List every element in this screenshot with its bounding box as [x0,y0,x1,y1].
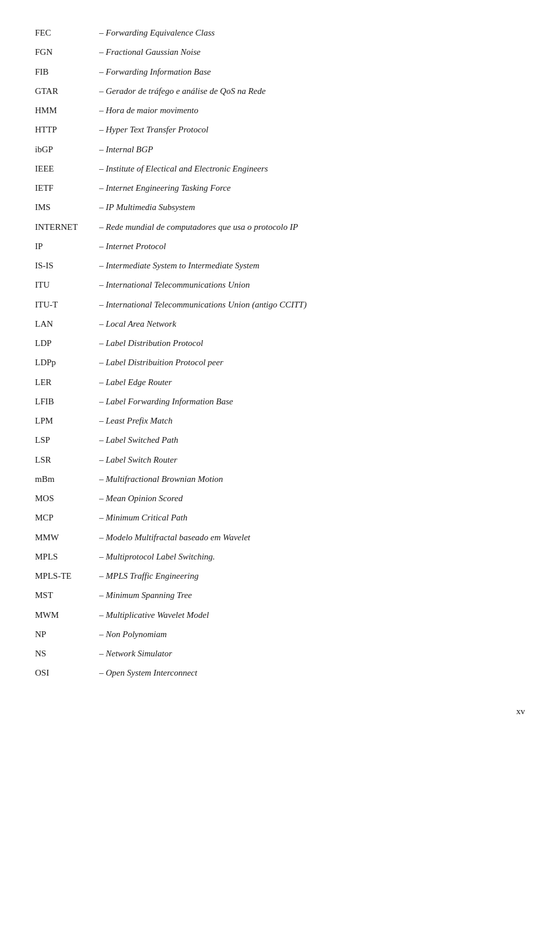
glossary-definition: – Minimum Critical Path [99,508,525,527]
glossary-abbr: FEC [35,23,99,43]
glossary-definition: – Least Prefix Match [99,411,525,431]
glossary-definition: – International Telecommunications Union [99,275,525,295]
glossary-definition: – Intermediate System to Intermediate Sy… [99,256,525,275]
glossary-row: MWM– Multiplicative Wavelet Model [35,606,525,625]
glossary-abbr: ITU-T [35,295,99,314]
glossary-abbr: NP [35,625,99,644]
glossary-row: IETF– Internet Engineering Tasking Force [35,179,525,198]
glossary-abbr: MPLS-TE [35,567,99,586]
glossary-abbr: LPM [35,411,99,431]
glossary-definition: – Rede mundial de computadores que usa o… [99,218,525,237]
glossary-row: GTAR– Gerador de tráfego e análise de Qo… [35,82,525,101]
glossary-abbr: MCP [35,508,99,527]
glossary-abbr: MPLS [35,547,99,567]
glossary-abbr: LER [35,373,99,392]
glossary-definition: – Hora de maior movimento [99,101,525,120]
glossary-row: INTERNET– Rede mundial de computadores q… [35,218,525,237]
glossary-abbr: HTTP [35,120,99,139]
glossary-row: FIB– Forwarding Information Base [35,62,525,82]
glossary-row: IEEE– Institute of Electical and Electro… [35,159,525,179]
glossary-row: NP– Non Polynomiam [35,625,525,644]
glossary-row: MPLS– Multiprotocol Label Switching. [35,547,525,567]
glossary-definition: – Hyper Text Transfer Protocol [99,120,525,139]
glossary-row: ITU-T– International Telecommunications … [35,295,525,314]
glossary-definition: – Label Distribution Protocol [99,334,525,353]
glossary-abbr: FGN [35,43,99,62]
glossary-abbr: GTAR [35,82,99,101]
glossary-row: MCP– Minimum Critical Path [35,508,525,527]
glossary-row: LAN– Local Area Network [35,314,525,334]
glossary-definition: – Mean Opinion Scored [99,489,525,508]
glossary-definition: – Multiplicative Wavelet Model [99,606,525,625]
glossary-row: FEC– Forwarding Equivalence Class [35,23,525,43]
glossary-definition: – Label Edge Router [99,373,525,392]
glossary-definition: – Label Distribuition Protocol peer [99,353,525,372]
glossary-row: LDP– Label Distribution Protocol [35,334,525,353]
glossary-definition: – Internet Engineering Tasking Force [99,179,525,198]
glossary-definition: – Label Forwarding Information Base [99,392,525,411]
glossary-definition: – International Telecommunications Union… [99,295,525,314]
glossary-definition: – Minimum Spanning Tree [99,586,525,605]
glossary-abbr: MST [35,586,99,605]
glossary-row: mBm– Multifractional Brownian Motion [35,470,525,489]
glossary-row: MOS– Mean Opinion Scored [35,489,525,508]
glossary-definition: – Internet Protocol [99,237,525,256]
glossary-row: IS-IS– Intermediate System to Intermedia… [35,256,525,275]
glossary-definition: – Gerador de tráfego e análise de QoS na… [99,82,525,101]
glossary-abbr: IS-IS [35,256,99,275]
glossary-definition: – Fractional Gaussian Noise [99,43,525,62]
glossary-row: LPM– Least Prefix Match [35,411,525,431]
glossary-row: ITU– International Telecommunications Un… [35,275,525,295]
glossary-abbr: LSR [35,450,99,470]
glossary-definition: – Non Polynomiam [99,625,525,644]
glossary-definition: – IP Multimedia Subsystem [99,198,525,217]
glossary-abbr: LSP [35,431,99,450]
glossary-row: HTTP– Hyper Text Transfer Protocol [35,120,525,139]
glossary-row: IP– Internet Protocol [35,237,525,256]
glossary-definition: – MPLS Traffic Engineering [99,567,525,586]
glossary-row: MST– Minimum Spanning Tree [35,586,525,605]
glossary-abbr: IEEE [35,159,99,179]
glossary-abbr: FIB [35,62,99,82]
glossary-abbr: IP [35,237,99,256]
glossary-abbr: IETF [35,179,99,198]
page-number: xv [35,707,525,716]
glossary-abbr: LFIB [35,392,99,411]
glossary-definition: – Modelo Multifractal baseado em Wavelet [99,528,525,547]
glossary-abbr: ibGP [35,140,99,159]
glossary-row: FGN– Fractional Gaussian Noise [35,43,525,62]
glossary-table: FEC– Forwarding Equivalence ClassFGN– Fr… [35,23,525,683]
glossary-row: LER– Label Edge Router [35,373,525,392]
glossary-abbr: LDP [35,334,99,353]
glossary-abbr: OSI [35,663,99,683]
glossary-row: NS– Network Simulator [35,644,525,663]
glossary-definition: – Forwarding Information Base [99,62,525,82]
glossary-row: MPLS-TE– MPLS Traffic Engineering [35,567,525,586]
glossary-row: OSI– Open System Interconnect [35,663,525,683]
glossary-row: ibGP– Internal BGP [35,140,525,159]
glossary-abbr: NS [35,644,99,663]
glossary-abbr: LDPp [35,353,99,372]
glossary-row: MMW– Modelo Multifractal baseado em Wave… [35,528,525,547]
glossary-definition: – Open System Interconnect [99,663,525,683]
glossary-definition: – Institute of Electical and Electronic … [99,159,525,179]
glossary-row: LDPp– Label Distribuition Protocol peer [35,353,525,372]
glossary-definition: – Multifractional Brownian Motion [99,470,525,489]
glossary-row: HMM– Hora de maior movimento [35,101,525,120]
glossary-definition: – Network Simulator [99,644,525,663]
glossary-definition: – Label Switch Router [99,450,525,470]
glossary-row: LSP– Label Switched Path [35,431,525,450]
glossary-abbr: IMS [35,198,99,217]
glossary-definition: – Label Switched Path [99,431,525,450]
glossary-abbr: ITU [35,275,99,295]
glossary-definition: – Multiprotocol Label Switching. [99,547,525,567]
glossary-row: LFIB– Label Forwarding Information Base [35,392,525,411]
glossary-abbr: MMW [35,528,99,547]
glossary-definition: – Local Area Network [99,314,525,334]
glossary-abbr: MOS [35,489,99,508]
glossary-definition: – Forwarding Equivalence Class [99,23,525,43]
glossary-row: LSR– Label Switch Router [35,450,525,470]
glossary-abbr: HMM [35,101,99,120]
glossary-row: IMS– IP Multimedia Subsystem [35,198,525,217]
glossary-abbr: LAN [35,314,99,334]
